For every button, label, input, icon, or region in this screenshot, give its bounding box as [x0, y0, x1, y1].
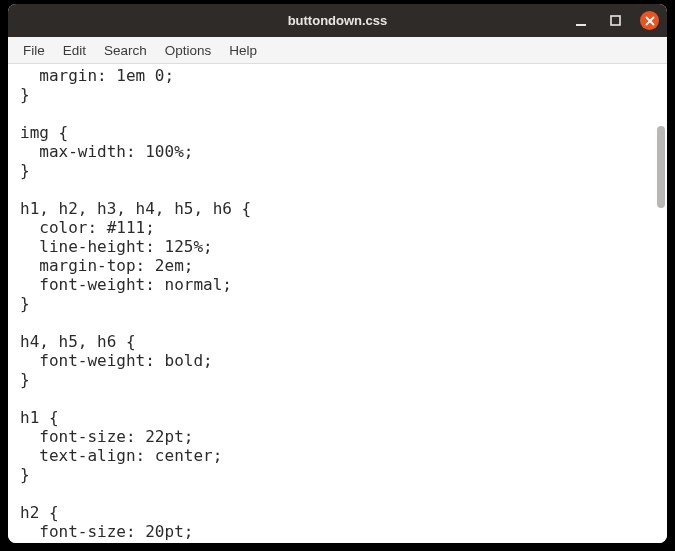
maximize-icon — [610, 15, 621, 26]
minimize-icon — [575, 15, 587, 27]
window-controls — [572, 4, 659, 37]
menu-options[interactable]: Options — [156, 40, 221, 61]
code-editor[interactable]: margin: 1em 0; } img { max-width: 100%; … — [8, 64, 667, 543]
menu-file[interactable]: File — [14, 40, 54, 61]
titlebar: buttondown.css — [8, 4, 667, 37]
menu-search[interactable]: Search — [95, 40, 156, 61]
menu-help[interactable]: Help — [220, 40, 266, 61]
editor-window: buttondown.css File Edit Search — [8, 4, 667, 543]
maximize-button[interactable] — [606, 12, 624, 30]
svg-rect-0 — [576, 24, 586, 26]
editor-viewport: margin: 1em 0; } img { max-width: 100%; … — [8, 64, 667, 543]
close-button[interactable] — [640, 11, 659, 30]
close-icon — [645, 16, 655, 26]
minimize-button[interactable] — [572, 12, 590, 30]
scrollbar-thumb[interactable] — [657, 126, 665, 208]
menubar: File Edit Search Options Help — [8, 37, 667, 64]
window-title: buttondown.css — [8, 13, 667, 28]
menu-edit[interactable]: Edit — [54, 40, 95, 61]
svg-rect-1 — [611, 16, 620, 25]
